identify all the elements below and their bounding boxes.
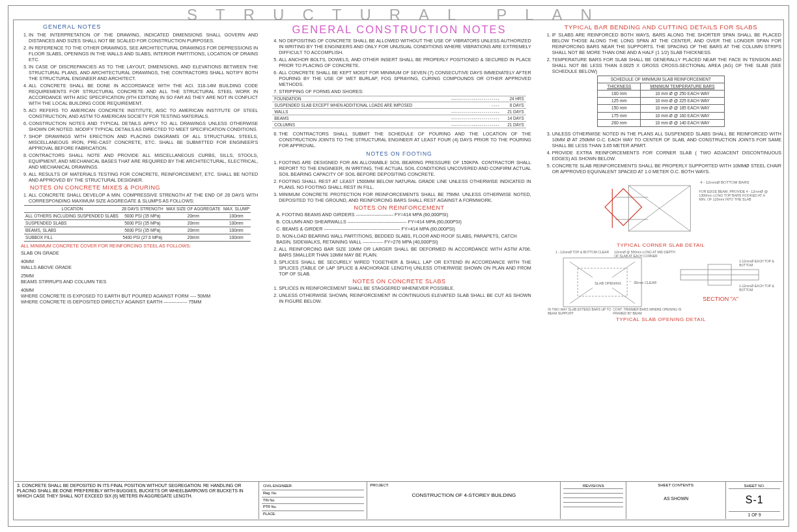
note-item: THE CONTRACTORS SHALL SUBMIT THE SCHEDUL…	[279, 131, 531, 148]
schedule-caption: SCHEDULE OF MINIMUM SLAB REINFORCEMENT	[597, 76, 724, 83]
corner-slab-diagram: 4 - 12mmØ BOTTOM BARS FOR EDGE BEAM, PRO…	[550, 176, 772, 241]
tb-sheet-of: 1 OF 9	[729, 511, 780, 518]
note-item: FOOTING ARE DESIGNED FOR AN ALLOWABLE SO…	[279, 160, 531, 177]
tb-eng-line: PTR No.	[262, 504, 364, 511]
note-item: STRIPPING OF FORMS AND SHORES:	[279, 89, 531, 94]
mix-td: 5000 PSI (35 MPa)	[120, 227, 165, 234]
mix-td: BEAMS, SLABS	[24, 227, 120, 234]
svg-line-12	[612, 288, 635, 303]
cover-item: 40MM	[21, 259, 258, 264]
cover-item: 25MM	[21, 273, 258, 279]
cover-item: BEAMS STIRRUPS AND COLUMN TIES	[21, 279, 258, 285]
svg-text:←: ←	[628, 279, 632, 283]
sched-td: 175 mm	[598, 112, 641, 119]
strip-td: 14 DAYS	[502, 115, 526, 122]
note-item: PROVIDE EXTRA REINFORCEMENTS FOR CORNER …	[552, 150, 781, 161]
footing-list: FOOTING ARE DESIGNED FOR AN ALLOWABLE SO…	[267, 160, 531, 203]
mix-th: MAX. SLUMP	[222, 205, 251, 212]
sched-th: THICKNESS	[598, 83, 641, 91]
sched-td: 10 mm Ø @ 250 EACH WAY	[641, 91, 724, 98]
sched-th: MINIMUM TEMPERATURE BARS	[641, 83, 724, 91]
strip-td: FOUNDATION	[272, 96, 440, 102]
diag-note: CONT. TRIMMER BARS WHERE OPENING IS FRAM…	[613, 307, 684, 315]
strip-td: SUSPENDED SLAB EXCEPT WHEN ADDITIONAL LO…	[272, 102, 440, 109]
note-item: ALL ANCHOR BOLTS, DOWELS, AND OTHER INSE…	[279, 57, 531, 68]
note-item: CONSTRUCTION NOTES AND TYPICAL DETAILS A…	[29, 120, 258, 132]
mix-td: 5000 PSI (35 MPa)	[120, 212, 165, 219]
tb-engineer: CIVIL ENGINEER: Reg. No. TIN No. PTR No.…	[259, 482, 367, 519]
tb-revisions-label: REVISIONS	[563, 483, 623, 489]
sched-td: 10 mm Ø @ 160 EACH WAY	[641, 112, 724, 119]
mix-td: SUBBOX FILL	[24, 234, 120, 242]
mix-td: 20mm	[165, 227, 222, 234]
note-item: SPLICES IN REINFORCEMENT SHALL BE STAGGE…	[279, 285, 531, 291]
diag-note: 12mmØ @ 500mm LONG AT MID DEPTH OF SLAB …	[614, 250, 679, 257]
tb-contents: SHEET CONTENTS: AS SHOWN	[626, 482, 726, 519]
tb-project-value: CONSTRUCTION OF 4-STOREY BUILDING	[370, 492, 557, 499]
diag-note: 4 - 12mmØ BOTTOM BARS	[700, 180, 749, 184]
mix-td: 20mm	[165, 212, 222, 219]
mix-td: 100mm	[222, 234, 251, 242]
construction-notes-list-cont: THE CONTRACTORS SHALL SUBMIT THE SCHEDUL…	[267, 131, 531, 148]
content-area: GENERAL NOTES IN THE INTERPRETATION OF T…	[14, 21, 783, 519]
tb-eng-line: CIVIL ENGINEER:	[262, 483, 364, 490]
diag-note: 35mm CLEAR	[634, 281, 656, 285]
sched-td: 100 mm	[598, 91, 641, 98]
sched-td: 10 mm Ø @ 140 EACH WAY	[641, 119, 724, 126]
cover-item: WHERE CONCRETE IS DEPOSITED DIRECTLY AGA…	[21, 299, 258, 305]
tb-contents-label: SHEET CONTENTS:	[629, 483, 723, 487]
mix-td: 5400 PSI (27.6 MPa)	[120, 234, 165, 242]
diag-note: 1 - 12mmØ TOP & BOTTOM CLEAR	[555, 250, 614, 254]
strip-td: 8 DAYS	[502, 102, 526, 109]
note-item: ALL CONCRETE SHALL BE KEPT MOIST FOR MIN…	[279, 70, 531, 87]
stripping-table: FOUNDATION------------------------24 HRS…	[272, 96, 525, 128]
column-general-notes: GENERAL NOTES IN THE INTERPRETATION OF T…	[14, 21, 259, 481]
mix-td: SUSPENDED SLABS	[24, 219, 120, 227]
note-item: IF SLABS ARE REINFORCED BOTH WAYS, BARS …	[552, 32, 781, 55]
reinf-letter-item: c. BEAMS & GIRDER ----------------------…	[276, 226, 531, 232]
construction-notes-list: NO DEPOSITING OF CONCRETE SHALL BE ALLOW…	[267, 38, 531, 94]
tb-eng-line: PLACE:	[262, 511, 364, 518]
note-item: ALL RESULTS OF MATERIALS TESTING FOR CON…	[29, 171, 258, 183]
svg-line-11	[570, 288, 593, 303]
mix-td: 100mm	[222, 227, 251, 234]
title-block: 3. CONCRETE SHALL BE DEPOSITED IN ITS FI…	[14, 481, 783, 519]
section-label: SECTION "A"	[703, 296, 738, 302]
tb-sheet-label: SHEET NO.	[729, 483, 780, 489]
reinf-letter-item: d. NON-LOAD BEARING WALL PARTITIONS, BED…	[276, 233, 531, 245]
svg-rect-5	[605, 188, 642, 225]
note-item: MINIMUM CONCRETE PROTECTION FOR REINFORC…	[279, 191, 531, 203]
construction-notes-heading: GENERAL CONSTRUCTION NOTES	[267, 23, 531, 36]
sched-td: 10 mm Ø @ 225 EACH WAY	[641, 98, 724, 105]
note-item: SHOP DRAWINGS WITH ERECTION AND PLACING …	[29, 133, 258, 151]
strip-td: WALLS	[272, 109, 440, 115]
footing-heading: NOTES ON FOOTING	[267, 150, 531, 158]
column-bar-details: TYPICAL BAR BENDING AND CUTTING DETAILS …	[538, 21, 783, 481]
bar-notes-list-cont: UNLESS OTHERWISE NOTED IN THE PLANS ALL …	[540, 131, 781, 175]
svg-line-9	[570, 262, 593, 277]
strip-td: 21 DAYS	[502, 109, 526, 115]
sched-td: 150 mm	[598, 105, 641, 112]
slab-list: SPLICES IN REINFORCEMENT SHALL BE STAGGE…	[267, 285, 531, 304]
mix-td: 20mm	[165, 234, 222, 242]
general-notes-heading: GENERAL NOTES	[43, 23, 258, 31]
note-item: ACI REFERS TO AMERICAN CONCRETE INSTITUT…	[29, 107, 258, 119]
note-item: UNLESS OTHERWISE NOTED IN THE PLANS ALL …	[552, 131, 781, 148]
slab-opening-caption: TYPICAL SLAB OPENING DETAIL	[540, 316, 781, 323]
note-item: ALL CONCRETE SHALL BE DONE IN ACCORDANCE…	[29, 83, 258, 106]
cover-item: 40MM	[21, 287, 258, 293]
reinf-letter-item: b. COLUMN AND SHEARWALLS ---------------…	[276, 219, 531, 225]
sched-td: 200 mm	[598, 119, 641, 126]
tb-eng-line: Reg. No.	[262, 490, 364, 497]
mix-td: 5000 PSI (35 MPa)	[120, 219, 165, 227]
tb-project-label: PROJECT:	[370, 483, 557, 487]
note-item: FOOTING SHALL REST AT LEAST 1500MM BELOW…	[279, 178, 531, 190]
note-item: IN REFERENCE TO THE OTHER DRAWINGS, SEE …	[29, 45, 258, 63]
cover-item: SLAB ON GRADE	[21, 250, 258, 256]
strip-td: 24 HRS	[502, 96, 526, 102]
note-item: CONCRETE SLAB REINFORCEMENTS SHALL BE PR…	[552, 163, 781, 175]
mix-td: 100mm	[222, 219, 251, 227]
note-item: TEMPERATURE BARS FOR SLAB SHALL BE GENER…	[552, 57, 781, 74]
cover-list: SLAB ON GRADE 40MM WALLS ABOVE GRADE 25M…	[21, 250, 258, 305]
note-item: ALL CONCRETE SHALL DEVELOP A MIN. COMPRE…	[29, 192, 258, 204]
